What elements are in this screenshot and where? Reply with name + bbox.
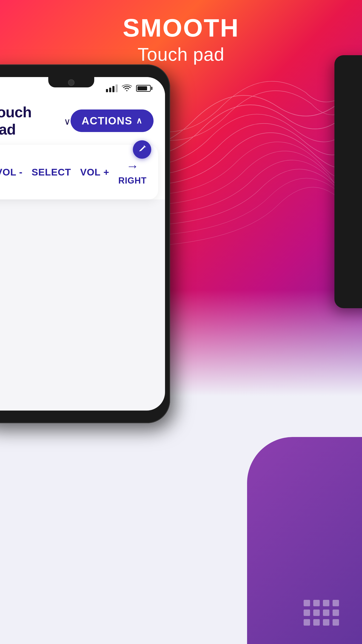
right-arrow-icon: → <box>126 159 139 174</box>
right-label: RIGHT <box>118 176 147 186</box>
phone-shell: 41 <box>0 64 170 423</box>
background-phone <box>335 55 362 308</box>
battery-tip <box>151 87 152 90</box>
phone-device: 41 <box>0 64 202 432</box>
status-icons <box>106 84 152 93</box>
actions-button[interactable]: ACTIONS ∧ <box>70 110 154 132</box>
chevron-down-icon[interactable]: ∨ <box>64 116 70 127</box>
signal-bar-2 <box>109 88 111 92</box>
wifi-icon <box>122 84 132 93</box>
app-content: Touch Pad ∨ ACTIONS ∧ <box>0 96 165 200</box>
battery-fill <box>137 86 147 90</box>
select-label: SELECT <box>32 167 71 178</box>
signal-icon <box>106 84 118 92</box>
chevron-up-icon: ∧ <box>136 116 142 126</box>
touchpad-panel: VOL - SELECT VOL + → RIG <box>0 145 158 200</box>
battery-icon <box>136 85 152 92</box>
hero-section: SMOOTH Touch pad <box>0 14 362 65</box>
right-item[interactable]: → RIGHT <box>118 159 147 186</box>
phone-screen: 41 <box>0 77 165 410</box>
hero-title: SMOOTH <box>0 14 362 42</box>
battery-body <box>136 85 151 92</box>
vol-plus-label: VOL + <box>80 167 109 178</box>
select-item[interactable]: SELECT <box>32 167 71 178</box>
hero-subtitle: Touch pad <box>0 44 362 65</box>
signal-bar-4 <box>116 84 118 92</box>
edit-icon <box>137 144 147 155</box>
vol-minus-item[interactable]: VOL - <box>0 167 22 178</box>
signal-bar-1 <box>106 89 108 92</box>
vol-minus-label: VOL - <box>0 167 22 178</box>
signal-bar-3 <box>112 86 114 92</box>
actions-button-label: ACTIONS <box>82 114 132 127</box>
camera-icon <box>68 79 74 86</box>
touchpad-title-row: Touch Pad ∨ <box>0 104 70 138</box>
actions-row: VOL - SELECT VOL + → RIG <box>0 154 147 190</box>
decorative-dots <box>304 600 339 626</box>
edit-button[interactable] <box>133 140 151 159</box>
vol-plus-item[interactable]: VOL + <box>80 167 109 178</box>
phone-notch <box>48 77 94 88</box>
touchpad-header: Touch Pad ∨ ACTIONS ∧ <box>0 96 165 145</box>
touchpad-title: Touch Pad <box>0 104 60 138</box>
